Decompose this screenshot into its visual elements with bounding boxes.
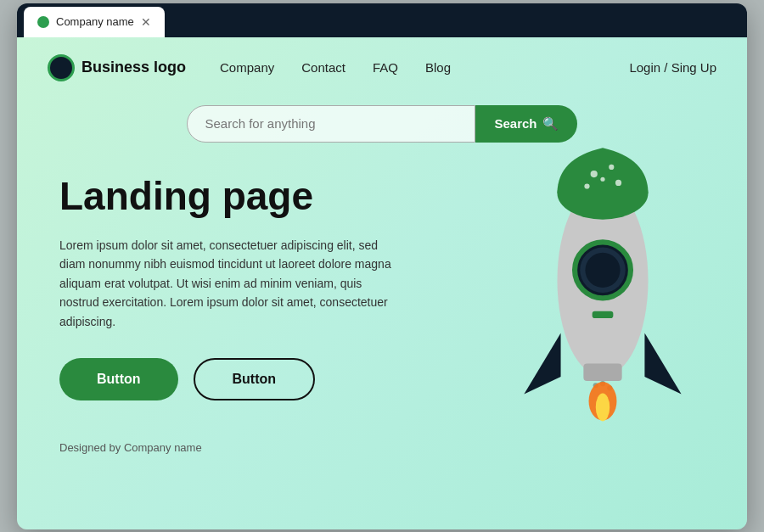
navbar: Business logo Company Contact FAQ Blog L…: [17, 37, 747, 98]
browser-tab[interactable]: Company name ✕: [24, 7, 165, 37]
rocket-svg: [484, 141, 722, 438]
nav-contact[interactable]: Contact: [301, 60, 345, 75]
svg-point-5: [615, 179, 621, 185]
hero-body: Lorem ipsum dolor sit amet, consectetuer…: [59, 236, 399, 331]
auth-links[interactable]: Login / Sing Up: [629, 60, 716, 75]
nav-faq[interactable]: FAQ: [373, 60, 398, 75]
hero-title: Landing page: [59, 175, 450, 218]
svg-rect-11: [583, 363, 621, 381]
browser-window: Company name ✕ Business logo Company Con…: [17, 3, 747, 529]
svg-rect-12: [593, 311, 614, 317]
logo-text: Business logo: [81, 59, 186, 76]
svg-point-9: [585, 252, 620, 287]
logo-area: Business logo: [48, 54, 186, 81]
svg-point-3: [609, 164, 614, 169]
search-button-label: Search: [494, 116, 536, 131]
svg-point-6: [600, 176, 604, 181]
svg-point-17: [596, 393, 610, 421]
logo-icon: [48, 54, 75, 81]
nav-blog[interactable]: Blog: [425, 60, 451, 75]
svg-point-2: [591, 171, 598, 177]
browser-chrome: Company name ✕: [17, 3, 747, 37]
secondary-button[interactable]: Button: [194, 358, 316, 400]
hero-buttons: Button Button: [59, 358, 450, 400]
tab-favicon-icon: [37, 16, 49, 28]
svg-point-4: [584, 183, 589, 188]
hero-text: Landing page Lorem ipsum dolor sit amet,…: [59, 175, 450, 401]
footer-text: Designed by Company name: [59, 441, 202, 454]
search-input[interactable]: [187, 105, 475, 143]
search-icon: 🔍: [542, 116, 559, 132]
tab-title: Company name: [56, 15, 134, 28]
hero-section: Landing page Lorem ipsum dolor sit amet,…: [17, 166, 747, 427]
nav-links: Company Contact FAQ Blog: [220, 60, 629, 75]
tab-close-icon[interactable]: ✕: [141, 16, 151, 28]
page-content: Business logo Company Contact FAQ Blog L…: [17, 37, 747, 529]
rocket-illustration: [484, 141, 722, 438]
search-button[interactable]: Search 🔍: [475, 105, 576, 143]
nav-company[interactable]: Company: [220, 60, 274, 75]
primary-button[interactable]: Button: [59, 358, 178, 400]
